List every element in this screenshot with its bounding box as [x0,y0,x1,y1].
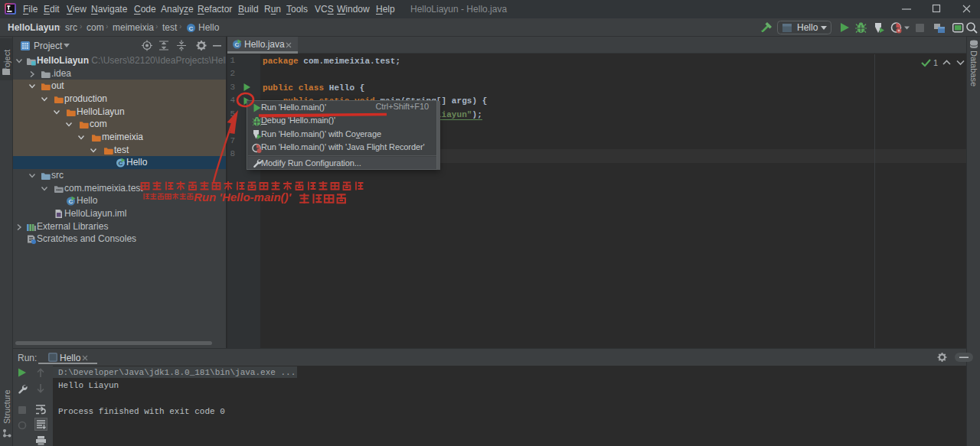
svg-text:Run 'Hello-main()': Run 'Hello-main()' [194,190,292,203]
